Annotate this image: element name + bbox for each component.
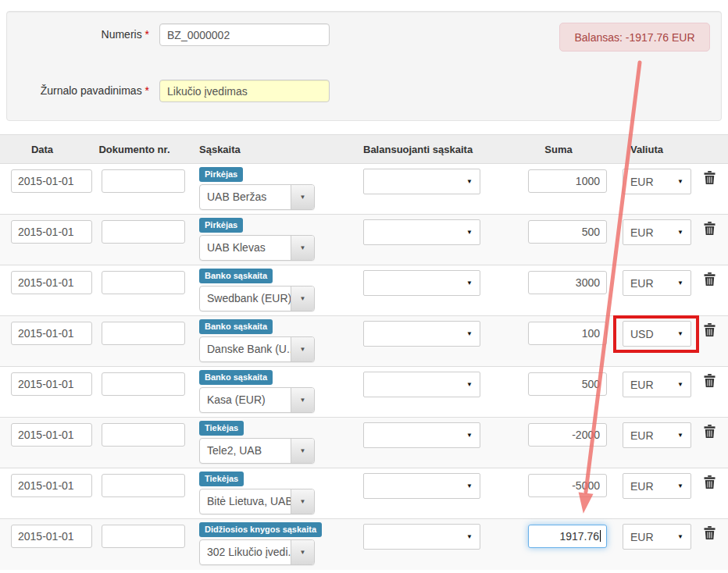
trash-icon[interactable]: [704, 222, 716, 235]
account-select-value: UAB Klevas: [200, 236, 291, 260]
trash-icon[interactable]: [704, 323, 716, 336]
required-asterisk: *: [145, 28, 149, 41]
document-number-input[interactable]: [102, 271, 185, 294]
currency-value: EUR: [630, 429, 654, 442]
currency-select[interactable]: EUR ▼: [623, 270, 691, 296]
amount-input[interactable]: [528, 423, 607, 447]
account-select[interactable]: UAB Klevas ▼: [199, 235, 315, 261]
balancing-account-select[interactable]: ▼: [363, 270, 480, 296]
account-select-value: Kasa (EUR): [200, 388, 291, 412]
amount-input[interactable]: [528, 322, 607, 345]
balancing-account-select[interactable]: ▼: [363, 372, 480, 397]
journal-lines-table: Data Dokumento nr. Sąskaita Balansuojant…: [0, 134, 728, 570]
journal-name-label-text: Žurnalo pavadinimas: [41, 84, 142, 97]
currency-value: EUR: [630, 277, 654, 290]
account-type-badge: Banko sąskaita: [199, 319, 273, 334]
account-select-value: UAB Beržas: [200, 185, 291, 209]
table-row: Banko sąskaita Swedbank (EUR) ▼ ▼ EUR ▼: [0, 265, 728, 316]
journal-name-input[interactable]: [159, 80, 330, 102]
amount-input[interactable]: [528, 474, 607, 497]
chevron-down-icon[interactable]: ▼: [291, 489, 314, 514]
journal-header-panel: Numeris * Žurnalo pavadinimas * Balansas…: [6, 11, 722, 121]
amount-input[interactable]: [528, 372, 607, 396]
balancing-account-select[interactable]: ▼: [363, 524, 480, 550]
document-number-input[interactable]: [102, 372, 185, 396]
amount-value: 1917.76: [559, 530, 599, 543]
currency-select[interactable]: EUR ▼: [623, 372, 691, 397]
chevron-down-icon: ▼: [466, 482, 473, 489]
account-select-value: Tele2, UAB: [200, 439, 291, 463]
trash-icon[interactable]: [704, 475, 716, 489]
header-amount: Suma: [516, 135, 601, 164]
amount-input[interactable]: [528, 169, 607, 193]
header-date: Data: [11, 135, 73, 164]
account-select[interactable]: UAB Beržas ▼: [199, 184, 315, 210]
chevron-down-icon[interactable]: ▼: [291, 236, 314, 260]
account-select[interactable]: Kasa (EUR) ▼: [199, 387, 315, 413]
header-document-nr: Dokumento nr.: [95, 135, 173, 164]
account-select[interactable]: Tele2, UAB ▼: [199, 438, 315, 464]
document-number-input[interactable]: [102, 322, 185, 345]
account-select[interactable]: Danske Bank (U... ▼: [199, 336, 315, 362]
currency-value: EUR: [630, 531, 654, 543]
account-type-badge: Pirkėjas: [199, 167, 243, 182]
balancing-account-select[interactable]: ▼: [363, 219, 480, 245]
balancing-account-select[interactable]: ▼: [363, 321, 480, 347]
chevron-down-icon: ▼: [466, 381, 473, 388]
trash-icon[interactable]: [704, 374, 716, 387]
chevron-down-icon: ▼: [677, 482, 683, 489]
date-input[interactable]: [11, 220, 92, 244]
table-row: Tiekėjas Bitė Lietuva, UAB ▼ ▼ EUR ▼: [0, 468, 728, 519]
amount-input[interactable]: [528, 271, 607, 294]
balancing-account-select[interactable]: ▼: [363, 473, 480, 499]
table-row: Pirkėjas UAB Klevas ▼ ▼ EUR ▼: [0, 215, 728, 265]
trash-icon[interactable]: [704, 526, 716, 539]
amount-input[interactable]: [528, 220, 607, 244]
currency-value: EUR: [630, 176, 654, 188]
trash-icon[interactable]: [704, 272, 716, 286]
date-input[interactable]: [11, 423, 92, 447]
chevron-down-icon[interactable]: ▼: [291, 286, 314, 311]
chevron-down-icon[interactable]: ▼: [291, 337, 314, 361]
chevron-down-icon[interactable]: ▼: [291, 439, 314, 463]
chevron-down-icon: ▼: [677, 432, 683, 439]
account-select[interactable]: Bitė Lietuva, UAB ▼: [199, 489, 315, 514]
chevron-down-icon: ▼: [466, 330, 473, 337]
currency-select[interactable]: EUR ▼: [623, 524, 691, 550]
chevron-down-icon: ▼: [677, 381, 683, 388]
account-type-badge: Tiekėjas: [199, 472, 244, 486]
account-select[interactable]: Swedbank (EUR) ▼: [199, 286, 315, 311]
chevron-down-icon[interactable]: ▼: [291, 388, 314, 412]
date-input[interactable]: [11, 372, 92, 396]
currency-select[interactable]: EUR ▼: [623, 219, 691, 245]
chevron-down-icon[interactable]: ▼: [291, 185, 314, 209]
document-number-input[interactable]: [102, 525, 185, 548]
date-input[interactable]: [11, 474, 92, 497]
document-number-input[interactable]: [102, 423, 185, 447]
trash-icon[interactable]: [704, 425, 716, 438]
chevron-down-icon: ▼: [677, 533, 683, 540]
currency-select[interactable]: EUR ▼: [623, 422, 691, 448]
balancing-account-select[interactable]: ▼: [363, 422, 480, 448]
date-input[interactable]: [11, 322, 92, 345]
balance-badge: Balansas: -1917.76 EUR: [559, 23, 710, 52]
trash-icon[interactable]: [704, 171, 716, 184]
journal-name-label: Žurnalo pavadinimas *: [7, 80, 149, 102]
document-number-input[interactable]: [102, 220, 185, 244]
date-input[interactable]: [11, 271, 92, 294]
chevron-down-icon[interactable]: ▼: [291, 540, 314, 564]
document-number-input[interactable]: [102, 169, 185, 193]
account-select-value: Bitė Lietuva, UAB: [200, 489, 291, 514]
numeris-input[interactable]: [159, 23, 330, 46]
currency-select[interactable]: EUR ▼: [623, 473, 691, 499]
currency-highlight-red-box: [613, 315, 699, 353]
date-input[interactable]: [11, 169, 92, 193]
date-input[interactable]: [11, 525, 92, 548]
chevron-down-icon: ▼: [466, 533, 473, 540]
balancing-account-select[interactable]: ▼: [363, 169, 480, 194]
amount-input-focused[interactable]: 1917.76: [528, 525, 607, 548]
document-number-input[interactable]: [102, 474, 185, 497]
account-select[interactable]: 302 Likučio įvedi... ▼: [199, 539, 315, 565]
account-type-badge: Pirkėjas: [199, 218, 243, 233]
currency-select[interactable]: EUR ▼: [623, 169, 691, 194]
